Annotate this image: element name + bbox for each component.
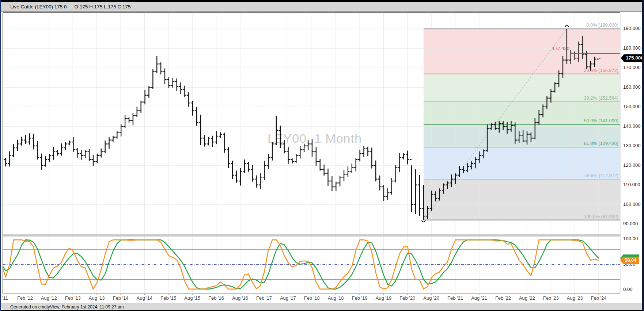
ohlc-bar (107, 137, 111, 149)
price-axis-label: 110.000 (623, 182, 640, 187)
ohlc-bar (231, 161, 234, 179)
ohlc-bar (362, 146, 365, 157)
ohlc-bar (159, 62, 163, 74)
ohlc-bar (195, 107, 198, 126)
ohlc-bar (398, 153, 401, 172)
ohlc-bar (354, 158, 357, 172)
x-axis-label: Aug '17 (280, 295, 296, 301)
ohlc-bar (48, 154, 51, 162)
ohlc-bar (287, 147, 290, 164)
ohlc-bar (223, 133, 226, 153)
fib-level-label: 23.6% (166.872) (584, 68, 618, 73)
fib-level-label: 78.6% (112.972) (584, 173, 618, 178)
ohlc-bar (191, 101, 194, 116)
fib-level-label: 38.2% (152.564) (584, 95, 618, 101)
ohlc-bar (306, 140, 310, 150)
price-axis-label: 150.000 (623, 104, 641, 109)
ohlc-bar (44, 156, 47, 166)
ohlc-bar (251, 165, 254, 182)
swing-low-marker (422, 220, 425, 222)
x-axis-label: Feb '12 (17, 295, 33, 301)
ohlc-bar (155, 56, 159, 73)
x-axis-label: Aug '14 (137, 295, 153, 301)
ohlc-bar (310, 139, 314, 157)
x-axis-label: Feb '17 (256, 295, 272, 301)
ohlc-bar (227, 147, 230, 168)
ohlc-bar (390, 178, 393, 195)
price-axis-label: 170.000 (623, 65, 641, 70)
ohlc-bar (84, 150, 87, 158)
panel-divider[interactable] (3, 235, 620, 236)
ohlc-bar (378, 176, 381, 191)
price-axis-label: 160.000 (623, 84, 641, 90)
ohlc-bar (358, 150, 361, 162)
ohlc-bar (95, 154, 99, 163)
footer-bar: Generated on cmdtyView, February 1st 202… (1, 303, 642, 310)
oscillator-panel[interactable] (2, 240, 621, 289)
ohlc-bar (135, 107, 139, 117)
ohlc-bar (291, 158, 294, 164)
ohlc-bar (72, 137, 75, 152)
x-axis-label: Aug '21 (471, 295, 487, 301)
x-axis-label: Feb '24 (591, 295, 607, 301)
price-axis-label: 120.000 (623, 162, 641, 168)
chart-canvas[interactable]: 0.0% (190.000)23.6% (166.872)38.2% (152.… (0, 0, 644, 311)
ohlc-bar (259, 173, 262, 189)
ohlc-bar (270, 142, 274, 161)
ohlc-bar (151, 69, 155, 89)
ohlc-bar (143, 90, 147, 104)
alert-price-label: 177.420 (552, 46, 569, 51)
x-axis-label: '11 (2, 295, 8, 301)
ohlc-bar (175, 78, 178, 91)
window-right-edge (642, 0, 644, 311)
ohlc-bar (127, 117, 130, 123)
ohlc-bar (322, 165, 326, 176)
ohlc-bar (163, 68, 166, 84)
ohlc-bar (414, 169, 417, 214)
osc-axis-label: 100.00 (623, 236, 638, 241)
ohlc-bar (147, 86, 151, 98)
x-axis-label: Aug '15 (184, 295, 200, 301)
ohlc-bar (235, 170, 238, 183)
x-axis-label: Feb '20 (399, 295, 415, 301)
x-axis-label: Feb '19 (352, 295, 368, 301)
ohlc-bar (402, 153, 405, 160)
ohlc-bar (295, 154, 298, 163)
price-axis-label: 140.000 (623, 123, 641, 129)
ohlc-bar (68, 141, 71, 145)
fib-level-label: 100.0% (92.000) (584, 214, 618, 219)
ohlc-bar (179, 82, 182, 94)
ohlc-bar (103, 141, 107, 153)
ohlc-bar (314, 147, 318, 166)
osc-value-badge-label: 58.04 (625, 257, 637, 263)
ohlc-bar (382, 185, 385, 201)
ohlc-bar (243, 160, 246, 173)
ohlc-bar (187, 92, 190, 107)
ohlc-bar (215, 131, 218, 144)
ohlc-bar (394, 165, 397, 183)
ohlc-bar (274, 116, 278, 145)
ohlc-bar (52, 147, 55, 160)
footer-text: Generated on cmdtyView, February 1st 202… (10, 304, 124, 310)
osc-axis-label: 0.00 (623, 287, 633, 292)
ohlc-bar (279, 126, 282, 148)
ohlc-bar (342, 170, 345, 181)
x-axis-label: Feb '18 (304, 295, 320, 301)
window-top-edge (0, 0, 644, 2)
ohlc-bar (123, 115, 126, 128)
ohlc-bar (4, 158, 7, 166)
x-axis-label: Aug '20 (423, 295, 439, 301)
app-window: Live Cattle (LEY00) 175 0 — O:175 H:175 … (0, 0, 644, 311)
ohlc-bar (255, 175, 258, 187)
x-axis-label: Aug '18 (328, 295, 344, 301)
ohlc-bar (12, 144, 15, 157)
ohlc-bar (374, 161, 378, 181)
ohlc-bar (203, 135, 206, 146)
x-axis-label: Aug '13 (89, 295, 105, 301)
ohlc-bar (24, 135, 27, 144)
ohlc-bar (199, 115, 202, 145)
fib-level-label: 0.0% (190.000) (586, 22, 618, 28)
x-axis-label: Feb '16 (208, 295, 224, 301)
price-axis-label: 100.000 (623, 201, 641, 207)
ohlc-bar (56, 150, 59, 156)
